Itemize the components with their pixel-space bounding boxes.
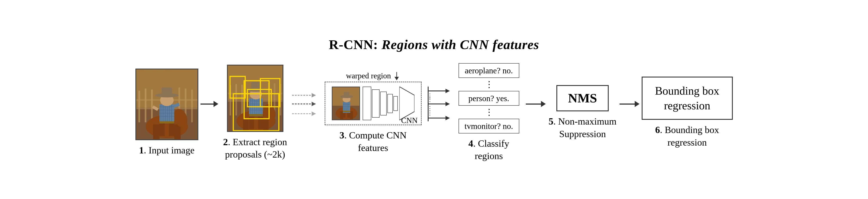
cnn-label: CNN: [401, 116, 417, 125]
arrow-solid-4: [526, 101, 546, 107]
svg-text:⋮: ⋮: [427, 96, 433, 103]
svg-rect-36: [236, 84, 237, 115]
dashed-arrows-2-3: [292, 82, 322, 143]
arrow-4-5: [524, 101, 548, 124]
warped-image: [332, 87, 360, 120]
svg-rect-3: [145, 89, 146, 122]
svg-rect-45: [263, 119, 269, 132]
svg-rect-19: [165, 104, 165, 124]
main-container: R-CNN: Regions with CNN features: [22, 37, 846, 162]
step-2-label: 2. Extract region proposals (~2k): [220, 136, 290, 161]
step-6-number: 6: [655, 125, 660, 135]
svg-marker-103: [445, 116, 450, 120]
svg-rect-17: [160, 104, 161, 124]
svg-rect-95: [344, 92, 349, 97]
down-arrow-icon: [394, 72, 400, 80]
arrow-1-2: [198, 101, 220, 124]
svg-text:⋮: ⋮: [427, 109, 433, 116]
svg-rect-81: [350, 111, 353, 119]
svg-marker-72: [312, 102, 316, 106]
cnn-dashed-box: CNN: [324, 81, 422, 125]
arrow-solid-5: [620, 101, 640, 107]
svg-rect-23: [159, 106, 174, 107]
svg-rect-92: [343, 111, 350, 112]
svg-marker-101: [445, 102, 450, 106]
arrow-line-4: [526, 103, 541, 105]
arrow-head-5: [635, 101, 640, 107]
title-italic: Regions with CNN features: [381, 37, 539, 52]
svg-rect-27: [159, 121, 174, 124]
svg-rect-37: [241, 85, 243, 115]
svg-rect-12: [174, 125, 181, 139]
arrow-line-5: [620, 103, 635, 105]
cnn-layer-3: [380, 92, 387, 115]
warped-region-label: warped region: [346, 71, 391, 80]
svg-rect-24: [159, 110, 174, 110]
svg-rect-25: [159, 113, 174, 113]
step-6: Bounding box regression 6. Bounding box …: [642, 77, 733, 148]
region-proposals-image: [227, 65, 283, 132]
classify-items-container: aeroplane? no. ⋮ person? yes. ⋮ tvmonito…: [459, 63, 519, 133]
classify-item-tvmonitor: tvmonitor? no.: [459, 119, 519, 133]
svg-rect-7: [191, 90, 193, 122]
step-5-label: 5. Non-maximum Suppression: [548, 115, 617, 140]
svg-rect-44: [243, 119, 249, 132]
cnn-layer-1: [363, 87, 371, 120]
step-5-visual: NMS: [556, 85, 609, 111]
svg-rect-63: [251, 82, 260, 90]
svg-rect-20: [167, 104, 168, 124]
svg-rect-18: [162, 104, 163, 124]
branch-arrows-svg: ⋮ ⋮ ⋮ ⋮: [424, 80, 452, 128]
cnn-wrapper: warped region: [324, 71, 422, 125]
arrow-head-4: [541, 101, 546, 107]
step-4-label: 4. Classify regions: [454, 137, 524, 162]
svg-rect-13: [159, 122, 164, 136]
classify-item-person: person? yes.: [459, 91, 519, 106]
svg-rect-21: [169, 104, 170, 124]
svg-rect-14: [169, 122, 174, 136]
svg-rect-59: [249, 110, 263, 110]
step-2-number: 2: [223, 137, 228, 147]
step-4-visual: aeroplane? no. ⋮ person? yes. ⋮ tvmonito…: [459, 63, 519, 133]
nms-box: NMS: [556, 85, 609, 111]
input-image-box: [135, 69, 198, 140]
step-1-label: 1. Input image: [139, 144, 194, 157]
cnn-layer-4: [388, 94, 393, 113]
classify-item-aeroplane: aeroplane? no.: [459, 63, 519, 78]
step-5: NMS 5. Non-maximum Suppression: [548, 85, 617, 140]
svg-rect-26: [159, 116, 174, 117]
svg-rect-2: [138, 91, 140, 122]
bbox-reg-box: Bounding box regression: [642, 77, 733, 120]
cnn-layer-5: [394, 96, 398, 111]
svg-rect-80: [340, 111, 343, 119]
step-3-label: 3. Compute CNN features: [338, 129, 408, 154]
cnn-layer-2: [372, 90, 379, 118]
step-6-visual: Bounding box regression: [642, 77, 733, 120]
step-1-visual: [135, 69, 198, 140]
warped-img-svg: [333, 87, 360, 120]
svg-rect-60: [249, 114, 263, 116]
cnn-trapezoid-svg: [399, 87, 414, 120]
svg-rect-22: [171, 104, 172, 124]
multi-dashed-arrow-svg: [292, 82, 322, 126]
bbox-reg-label: Bounding box regression: [655, 85, 719, 112]
step-4: aeroplane? no. ⋮ person? yes. ⋮ tvmonito…: [454, 63, 524, 162]
title-prefix: R-CNN:: [329, 37, 382, 52]
step-3-number: 3: [339, 130, 344, 141]
svg-marker-76: [395, 77, 399, 80]
step-2-visual: [227, 65, 283, 132]
svg-rect-11: [153, 125, 159, 139]
diagram: 1. Input image: [22, 63, 846, 162]
arrow-head-1: [214, 101, 218, 107]
svg-marker-70: [312, 93, 316, 97]
step-1: 1. Input image: [135, 69, 198, 157]
svg-marker-96: [399, 87, 414, 120]
step-3: warped region: [324, 71, 422, 154]
arrow-line-1: [200, 103, 214, 105]
nms-label: NMS: [568, 91, 597, 105]
step-2: 2. Extract region proposals (~2k): [220, 65, 290, 161]
classify-dots-top: ⋮: [485, 81, 493, 88]
step-6-label: 6. Bounding box regression: [653, 124, 722, 148]
svg-rect-4: [151, 90, 153, 122]
step-5-number: 5: [549, 116, 553, 127]
